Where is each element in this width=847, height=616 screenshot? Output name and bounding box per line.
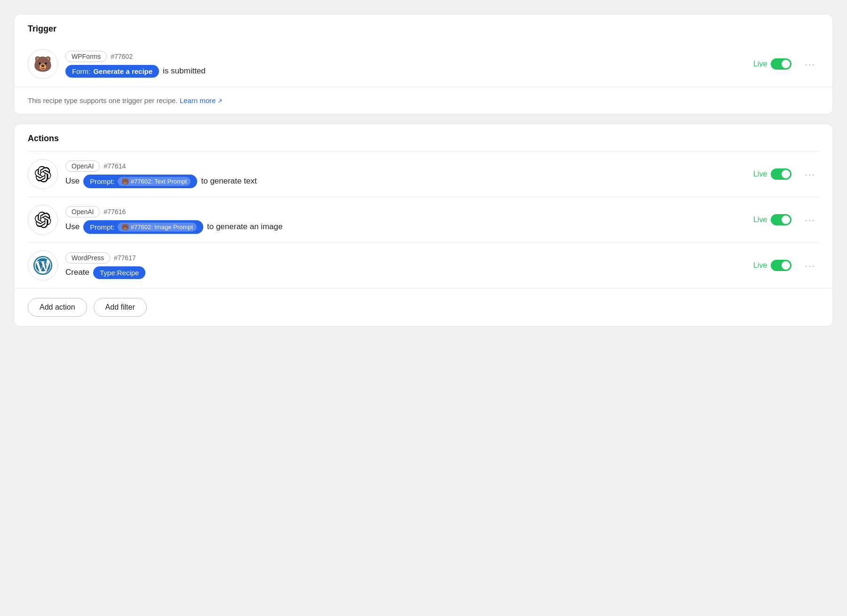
add-action-button[interactable]: Add action — [28, 298, 87, 317]
action-1-inner-emoji: 🐻 — [121, 178, 129, 185]
openai-icon-2 — [34, 211, 51, 228]
trigger-row: 🐻 WPForms #77602 Form:Generate a recipe … — [15, 41, 832, 87]
action-2-live-label: Live — [753, 216, 767, 224]
trigger-info-section: This recipe type supports one trigger pe… — [15, 87, 832, 114]
action-1-inner-text: #77602: Text Prompt — [131, 178, 187, 185]
wpforms-icon: 🐻 — [33, 55, 52, 73]
action-1-prefix: Use — [65, 176, 80, 186]
action-3-prefix: Create — [65, 268, 89, 277]
actions-card: Actions OpenAI #77614 Use Prompt: 🐻 #776… — [14, 124, 833, 327]
action-1-more-button[interactable]: ··· — [801, 167, 819, 182]
action-1-tag[interactable]: Prompt: 🐻 #77602: Text Prompt — [83, 175, 197, 188]
action-2-meta: OpenAI #77616 — [65, 206, 746, 217]
trigger-tag-label: Form: — [72, 67, 90, 75]
trigger-tag[interactable]: Form:Generate a recipe — [65, 65, 159, 78]
trigger-content: WPForms #77602 Form:Generate a recipe is… — [65, 51, 746, 78]
actions-footer: Add action Add filter — [15, 288, 832, 326]
action-row-1: OpenAI #77614 Use Prompt: 🐻 #77602: Text… — [15, 152, 832, 197]
action-2-content: OpenAI #77616 Use Prompt: 🐻 #77602: Imag… — [65, 206, 746, 234]
action-2-description: Use Prompt: 🐻 #77602: Image Prompt to ge… — [65, 220, 746, 234]
action-1-item-id: #77614 — [104, 162, 126, 170]
action-2-inner-text: #77602: Image Prompt — [131, 224, 193, 231]
action-1-content: OpenAI #77614 Use Prompt: 🐻 #77602: Text… — [65, 160, 746, 188]
trigger-suffix: is submitted — [163, 66, 206, 76]
trigger-card: Trigger 🐻 WPForms #77602 Form:Generate a… — [14, 14, 833, 114]
action-row-2: OpenAI #77616 Use Prompt: 🐻 #77602: Imag… — [15, 197, 832, 242]
trigger-toggle[interactable] — [771, 58, 791, 70]
action-2-suffix: to generate an image — [207, 222, 283, 232]
action-2-inner-badge: 🐻 #77602: Image Prompt — [118, 223, 197, 232]
action-3-toggle[interactable] — [771, 260, 791, 271]
trigger-more-button[interactable]: ··· — [801, 57, 819, 72]
trigger-learn-more-link[interactable]: Learn more — [180, 96, 223, 104]
trigger-tag-value: Generate a recipe — [93, 67, 152, 75]
action-1-integration-badge[interactable]: OpenAI — [65, 160, 100, 172]
actions-section-title: Actions — [15, 124, 832, 151]
action-3-more-button[interactable]: ··· — [801, 258, 819, 273]
wordpress-icon-circle — [28, 250, 58, 280]
action-1-description: Use Prompt: 🐻 #77602: Text Prompt to gen… — [65, 175, 746, 188]
action-2-tag[interactable]: Prompt: 🐻 #77602: Image Prompt — [83, 220, 203, 234]
action-1-inner-badge: 🐻 #77602: Text Prompt — [118, 177, 191, 186]
action-3-live-label: Live — [753, 261, 767, 270]
action-3-live-section: Live ··· — [753, 258, 819, 273]
action-2-live-section: Live ··· — [753, 213, 819, 227]
action-2-integration-badge[interactable]: OpenAI — [65, 206, 100, 217]
wpforms-icon-circle: 🐻 — [28, 49, 58, 79]
action-1-live-section: Live ··· — [753, 167, 819, 182]
action-1-suffix: to generate text — [201, 176, 256, 186]
openai-icon-1 — [34, 166, 51, 183]
action-row-3: WordPress #77617 Create Type:Recipe Live… — [15, 243, 832, 288]
action-2-prefix: Use — [65, 222, 80, 232]
action-2-more-button[interactable]: ··· — [801, 213, 819, 227]
action-1-meta: OpenAI #77614 — [65, 160, 746, 172]
openai-icon-circle-1 — [28, 159, 58, 189]
action-1-toggle[interactable] — [771, 168, 791, 180]
action-3-content: WordPress #77617 Create Type:Recipe — [65, 252, 746, 279]
action-3-item-id: #77617 — [114, 254, 136, 262]
wordpress-icon — [33, 256, 52, 275]
openai-icon-circle-2 — [28, 205, 58, 235]
trigger-description: Form:Generate a recipe is submitted — [65, 65, 746, 78]
action-3-description: Create Type:Recipe — [65, 266, 746, 279]
action-1-live-label: Live — [753, 170, 767, 178]
action-3-meta: WordPress #77617 — [65, 252, 746, 264]
action-2-tag-label: Prompt: — [90, 223, 115, 231]
trigger-live-label: Live — [753, 60, 767, 68]
action-2-inner-emoji: 🐻 — [121, 224, 129, 231]
trigger-integration-badge[interactable]: WPForms — [65, 51, 107, 62]
trigger-meta: WPForms #77602 — [65, 51, 746, 62]
trigger-live-section: Live ··· — [753, 57, 819, 72]
trigger-info-text: This recipe type supports one trigger pe… — [28, 96, 178, 104]
action-2-item-id: #77616 — [104, 208, 126, 216]
trigger-section-title: Trigger — [15, 15, 832, 41]
action-3-tag[interactable]: Type:Recipe — [93, 266, 145, 279]
action-2-toggle[interactable] — [771, 214, 791, 225]
action-1-tag-label: Prompt: — [90, 177, 115, 185]
trigger-item-id: #77602 — [111, 53, 133, 60]
action-3-integration-badge[interactable]: WordPress — [65, 252, 110, 264]
add-filter-button[interactable]: Add filter — [94, 298, 147, 317]
